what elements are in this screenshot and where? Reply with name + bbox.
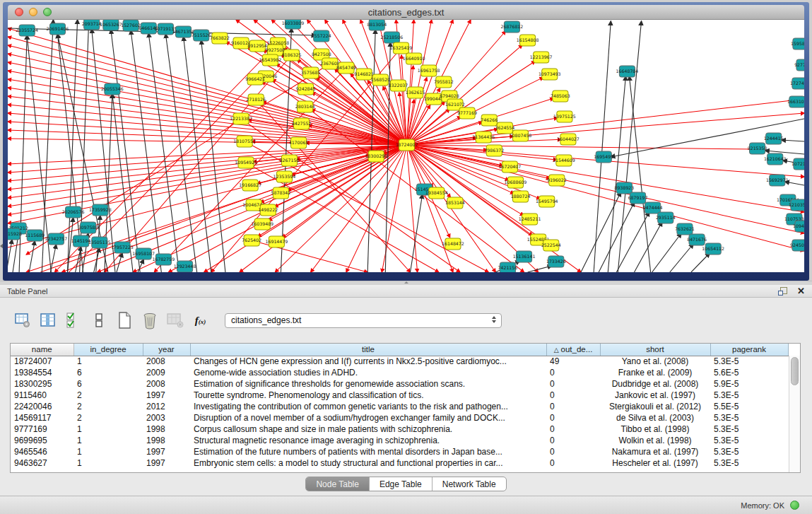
new-document-icon[interactable] (114, 311, 134, 330)
graph-node[interactable]: 16033809 (282, 20, 305, 29)
graph-node[interactable]: 12213967 (530, 52, 553, 63)
table-cell[interactable]: 49 (546, 356, 600, 367)
graph-node[interactable]: 3915928 (8, 228, 22, 240)
table-cell[interactable]: Hescheler et al. (1997) (600, 457, 710, 469)
graph-node[interactable]: 1362615 (406, 87, 425, 98)
graph-node[interactable]: 2093714 (82, 20, 102, 30)
function-builder-icon[interactable]: f(x) (191, 311, 210, 330)
graph-node[interactable]: 1094502 (793, 221, 804, 232)
table-cell[interactable]: Structural magnetic resonance image aver… (190, 435, 546, 446)
table-cell[interactable]: 2 (73, 401, 143, 412)
graph-node[interactable]: 7557224 (312, 30, 331, 42)
table-cell[interactable]: 1 (73, 457, 143, 469)
graph-node[interactable]: 10807458 (510, 130, 532, 141)
graph-node[interactable]: 8427552 (292, 118, 312, 129)
table-cell[interactable]: 14569117 (11, 412, 73, 424)
graph-node[interactable]: 1210354 (789, 199, 804, 211)
graph-node[interactable]: 5878342 (271, 187, 291, 199)
table-cell[interactable]: Nakamura et al. (1997) (600, 446, 710, 457)
graph-node[interactable]: 16720407 (499, 161, 522, 173)
table-cell[interactable]: 5.6E-5 (710, 367, 788, 378)
table-cell[interactable]: 9115460 (11, 390, 73, 401)
table-cell[interactable]: Estimation of the future numbers of pati… (190, 446, 546, 457)
graph-node[interactable]: 3575685 (301, 67, 321, 78)
table-cell[interactable]: 2008 (143, 356, 190, 367)
graph-node[interactable]: 10653267 (100, 20, 122, 30)
graph-node[interactable]: 8267150 (280, 155, 300, 166)
column-header-out_de[interactable]: △out_de... (546, 344, 600, 356)
table-cell[interactable]: Wolkin et al. (1998) (600, 435, 710, 446)
graph-node[interactable]: 10654112 (702, 243, 724, 255)
graph-node[interactable]: 16648784 (616, 66, 639, 77)
tab-network-table[interactable]: Network Table (432, 477, 506, 491)
table-cell[interactable]: 0 (546, 390, 600, 401)
graph-node[interactable]: 20691406 (47, 23, 69, 35)
table-cell[interactable]: 2 (73, 390, 143, 401)
graph-node[interactable]: 7485063 (551, 90, 570, 102)
graph-node[interactable]: 7663822 (210, 33, 230, 44)
graph-node[interactable]: 4170065 (289, 137, 309, 148)
table-cell[interactable]: Tourette syndrome. Phenomenology and cla… (190, 390, 546, 401)
table-cell[interactable]: de Silva et al. (2003) (600, 412, 710, 424)
graph-node[interactable]: 15136141 (513, 251, 536, 262)
graph-node[interactable]: 13505135 (88, 237, 111, 248)
graph-node[interactable]: 21364436 (472, 132, 495, 143)
network-graph[interactable]: 1872400720355724206914062093714106532671… (8, 20, 804, 272)
graph-node[interactable]: 3624554 (495, 122, 515, 134)
table-row[interactable]: 1830029562008Estimation of significance … (11, 378, 788, 390)
table-row[interactable]: 977716911998Corpus callosum shape and si… (11, 424, 788, 435)
table-cell[interactable]: Franke et al. (2009) (600, 367, 710, 378)
graph-node[interactable]: 11544609 (553, 155, 575, 166)
table-cell[interactable]: 1997 (143, 446, 190, 457)
table-cell[interactable]: 1997 (143, 390, 190, 401)
table-cell[interactable]: 5.9E-5 (710, 378, 788, 390)
table-cell[interactable]: 9465546 (11, 446, 73, 457)
graph-node[interactable]: 9196022 (547, 175, 567, 186)
table-cell[interactable]: 19384554 (11, 367, 73, 378)
column-header-name[interactable]: name (11, 344, 73, 356)
table-row[interactable]: 1872400712008Changes of HCN gene express… (11, 356, 788, 367)
graph-node[interactable]: 7986372 (484, 145, 504, 156)
table-cell[interactable]: 2008 (143, 378, 190, 390)
memory-indicator-icon[interactable] (790, 501, 799, 510)
graph-node[interactable]: 17359928 (89, 204, 112, 216)
graph-node[interactable]: 16914479 (266, 236, 288, 247)
graph-node[interactable]: 18300295 (365, 151, 387, 162)
table-cell[interactable]: Investigating the contribution of common… (190, 401, 546, 412)
graph-node[interactable]: 26876812 (501, 21, 524, 33)
table-scrollbar-thumb[interactable] (791, 357, 799, 385)
graph-node[interactable]: 7955812 (434, 76, 454, 88)
table-cell[interactable]: 0 (546, 378, 600, 390)
table-cell[interactable]: 5.3E-5 (710, 412, 788, 424)
table-cell[interactable]: 2012 (143, 401, 190, 412)
graph-node[interactable]: 16044027 (557, 134, 579, 145)
table-cell[interactable]: 5.3E-5 (710, 356, 788, 367)
graph-node[interactable]: 746266 (481, 115, 498, 126)
tab-edge-table[interactable]: Edge Table (369, 477, 432, 491)
table-cell[interactable]: 18300295 (11, 378, 73, 390)
column-header-in_degree[interactable]: in_degree (73, 344, 143, 356)
table-scrollbar[interactable] (789, 356, 800, 472)
graph-node[interactable]: 1115689 (25, 230, 45, 241)
table-row[interactable]: 969969511998Structural magnetic resonanc… (11, 435, 788, 446)
graph-node[interactable]: 19384554 (425, 187, 448, 199)
table-cell[interactable]: Embryonic stem cells: a model to study s… (190, 457, 546, 469)
graph-node[interactable]: 16039489 (251, 218, 273, 230)
graph-node[interactable]: 7632621 (675, 223, 695, 235)
table-cell[interactable]: 1998 (143, 424, 190, 435)
column-header-year[interactable]: year (143, 344, 190, 356)
graph-node[interactable]: 9245012 (790, 240, 804, 251)
table-cell[interactable]: 5.3E-5 (710, 457, 788, 469)
graph-node[interactable]: 8186325 (282, 49, 302, 61)
table-cell[interactable]: Dudbridge et al. (2008) (600, 378, 710, 390)
select-rows-icon[interactable] (64, 311, 83, 330)
graph-node[interactable]: 2935114 (656, 212, 676, 223)
graph-node[interactable]: 8938923 (615, 182, 635, 194)
graph-node[interactable]: 20206576 (62, 206, 85, 218)
table-cell[interactable]: 22420046 (11, 401, 73, 412)
table-cell[interactable]: 0 (546, 457, 600, 469)
graph-node[interactable]: 1595834 (791, 38, 804, 49)
graph-node[interactable]: 13975125 (553, 111, 576, 122)
graph-node[interactable]: 7625402 (242, 235, 261, 246)
table-cell[interactable]: 18724007 (11, 356, 73, 367)
